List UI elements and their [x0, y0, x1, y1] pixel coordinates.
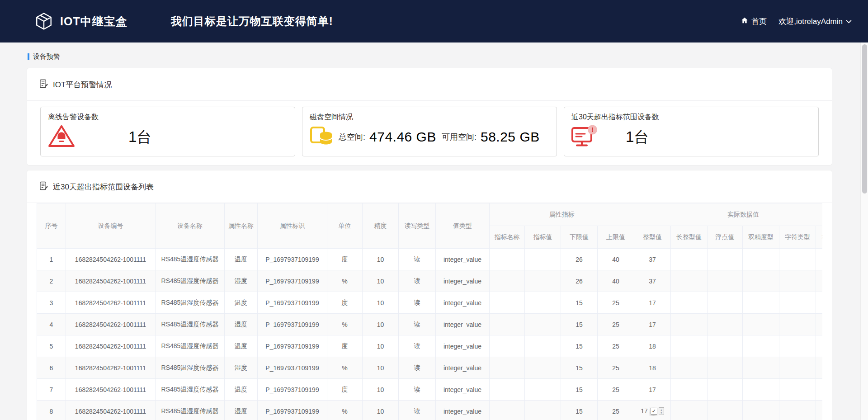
- table-cell: 1682824504262-1001111: [66, 335, 156, 357]
- table-cell: 1682824504262-1001111: [66, 379, 156, 401]
- table-cell: [779, 249, 816, 270]
- number-spinner-icon[interactable]: ▴▾: [659, 407, 664, 415]
- table-cell: 17: [634, 314, 671, 335]
- column-subheader: 字符类型: [779, 226, 816, 249]
- app-title: IOT中继宝盒: [60, 14, 127, 29]
- table-cell: [816, 270, 823, 292]
- table-cell: P_1697937109199: [258, 379, 327, 401]
- table-cell: 10: [363, 270, 399, 292]
- table-cell: %: [327, 401, 363, 420]
- table-cell: 25: [598, 292, 634, 314]
- table-cell: [708, 249, 743, 270]
- table-cell: 读: [399, 270, 436, 292]
- table-cell: 26: [561, 249, 598, 270]
- column-subheader: 布尔类型: [816, 226, 823, 249]
- table-cell: integer_value: [436, 401, 490, 420]
- table-cell: 15: [561, 379, 598, 401]
- table-cell: [490, 270, 525, 292]
- stat-label: 离线告警设备数: [48, 113, 288, 122]
- chevron-down-icon: [846, 17, 852, 26]
- table-cell: RS485温湿度传感器: [156, 270, 225, 292]
- table-cell: 18: [634, 357, 671, 379]
- checkbox-icon[interactable]: ✓: [651, 408, 657, 415]
- user-menu[interactable]: 欢迎,iotrelayAdmin: [778, 16, 852, 27]
- home-label: 首页: [751, 16, 767, 27]
- stat-exceed-devices: 近30天超出指标范围设备数 ! 1台: [564, 107, 819, 156]
- home-link[interactable]: 首页: [741, 16, 767, 27]
- table-cell: [490, 314, 525, 335]
- table-cell: 1682824504262-1001111: [66, 401, 156, 420]
- table-cell: 温度: [225, 335, 258, 357]
- table-row: 71682824504262-1001111RS485温湿度传感器温度P_169…: [37, 379, 823, 401]
- stat-disk-space: 磁盘空间情况 总空间: 474.46 GB 可用空间: 58.25 GB: [302, 107, 557, 156]
- table-cell: [671, 292, 708, 314]
- table-cell: [743, 314, 779, 335]
- table-cell: P_1697937109199: [258, 292, 327, 314]
- table-cell: [708, 270, 743, 292]
- table-cell: %: [327, 270, 363, 292]
- table-cell: 26: [561, 270, 598, 292]
- alert-panel: IOT平台预警情况 离线告警设备数 1台 磁盘空间情况: [27, 68, 832, 165]
- table-cell: RS485温湿度传感器: [156, 314, 225, 335]
- column-header: 读写类型: [399, 203, 436, 249]
- table-cell: [490, 401, 525, 420]
- welcome-label: 欢迎,iotrelayAdmin: [778, 16, 843, 27]
- table-cell: [525, 335, 561, 357]
- table-cell: [816, 401, 823, 420]
- table-cell: [708, 314, 743, 335]
- table-cell: 2: [37, 270, 66, 292]
- table-cell: [743, 270, 779, 292]
- table-cell: P_1697937109199: [258, 270, 327, 292]
- column-header: 属性名称: [225, 203, 258, 249]
- table-cell: [816, 314, 823, 335]
- app-logo-icon: [34, 12, 53, 31]
- column-group-actual-values: 实际数据值: [634, 203, 823, 226]
- table-cell: 10: [363, 357, 399, 379]
- table-cell: 17✓▴▾: [634, 401, 671, 420]
- table-cell: [708, 335, 743, 357]
- table-cell: [816, 379, 823, 401]
- table-cell: 湿度: [225, 270, 258, 292]
- table-cell: P_1697937109199: [258, 401, 327, 420]
- home-icon: [741, 17, 748, 26]
- table-cell: [525, 379, 561, 401]
- table-cell: integer_value: [436, 357, 490, 379]
- table-cell: RS485温湿度传感器: [156, 335, 225, 357]
- column-header: 单位: [327, 203, 363, 249]
- table-cell: 温度: [225, 292, 258, 314]
- table-cell: 度: [327, 249, 363, 270]
- table-cell: integer_value: [436, 335, 490, 357]
- table-cell: 读: [399, 314, 436, 335]
- table-cell: 温度: [225, 379, 258, 401]
- column-subheader: 双精度型: [743, 226, 779, 249]
- table-cell: 5: [37, 335, 66, 357]
- table-cell: [743, 335, 779, 357]
- table-cell: 25: [598, 379, 634, 401]
- table-cell: P_1697937109199: [258, 335, 327, 357]
- table-cell: 7: [37, 379, 66, 401]
- scrollbar-thumb[interactable]: [862, 44, 867, 193]
- table-cell: 读: [399, 401, 436, 420]
- accent-bar: [28, 53, 29, 60]
- table-row: 51682824504262-1001111RS485温湿度传感器温度P_169…: [37, 335, 823, 357]
- table-cell: 10: [363, 249, 399, 270]
- table-header-row: 序号设备编号设备名称属性名称属性标识单位精度读写类型值类型属性指标实际数据值: [37, 203, 823, 226]
- table-cell: [671, 401, 708, 420]
- table-cell: [779, 357, 816, 379]
- disk-icon: [310, 124, 333, 150]
- table-cell: P_1697937109199: [258, 314, 327, 335]
- table-cell: 温度: [225, 249, 258, 270]
- table-cell: [671, 249, 708, 270]
- table-cell: RS485温湿度传感器: [156, 249, 225, 270]
- table-scroll-container[interactable]: 序号设备编号设备名称属性名称属性标识单位精度读写类型值类型属性指标实际数据值指标…: [37, 203, 822, 420]
- table-cell: 读: [399, 335, 436, 357]
- stat-label: 近30天超出指标范围设备数: [571, 113, 811, 122]
- column-subheader: 上限值: [598, 226, 634, 249]
- table-cell: [671, 357, 708, 379]
- table-cell: [490, 249, 525, 270]
- table-cell: %: [327, 314, 363, 335]
- table-cell: [525, 292, 561, 314]
- page-scrollbar[interactable]: [860, 0, 868, 420]
- table-row: 81682824504262-1001111RS485温湿度传感器湿度P_169…: [37, 401, 823, 420]
- table-cell: [525, 249, 561, 270]
